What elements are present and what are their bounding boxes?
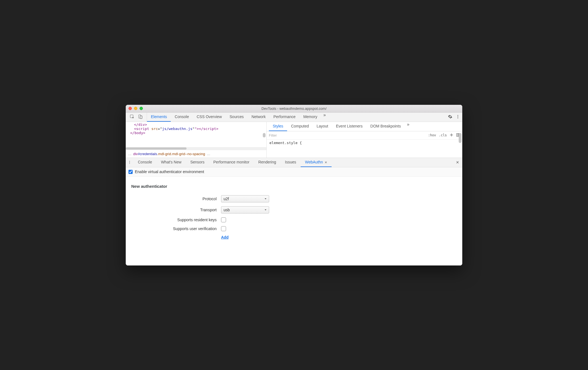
tab-elements[interactable]: Elements	[147, 113, 171, 122]
chevron-down-icon	[264, 198, 267, 200]
webauthn-panel: New authenticator Protocol u2f Transport…	[126, 177, 462, 265]
window-title: DevTools - webauthndemo.appspot.com/	[126, 106, 462, 111]
styles-pane: Styles Computed Layout Event Listeners D…	[267, 122, 462, 158]
user-verification-label: Supports user verification	[131, 226, 221, 231]
enable-bar: Enable virtual authenticator environment	[126, 167, 462, 177]
drawer-tab-webauthn[interactable]: WebAuthn ×	[301, 158, 332, 167]
transport-label: Transport	[131, 208, 221, 212]
drawer-tabs: Console What's New Sensors Performance m…	[126, 158, 462, 167]
breadcrumb-suffix: …	[207, 152, 210, 156]
device-toggle-icon[interactable]	[136, 114, 145, 120]
main-toolbar: Elements Console CSS Overview Sources Ne…	[126, 113, 462, 122]
devtools-window: DevTools - webauthndemo.appspot.com/ Ele…	[126, 105, 462, 265]
svg-point-6	[458, 118, 458, 118]
subtab-styles[interactable]: Styles	[269, 122, 287, 131]
hov-toggle[interactable]: :hov	[428, 133, 436, 137]
add-button[interactable]: Add	[221, 235, 229, 239]
chevron-down-icon	[264, 209, 267, 211]
svg-point-4	[458, 115, 458, 116]
close-drawer-icon[interactable]: ×	[453, 158, 462, 167]
resident-keys-label: Supports resident keys	[131, 218, 221, 222]
protocol-select[interactable]: u2f	[221, 195, 269, 202]
subtab-event-listeners[interactable]: Event Listeners	[332, 122, 367, 131]
protocol-label: Protocol	[131, 197, 221, 201]
tab-memory[interactable]: Memory	[300, 113, 321, 122]
protocol-value: u2f	[224, 197, 229, 201]
maximize-window-button[interactable]	[140, 107, 143, 110]
titlebar[interactable]: DevTools - webauthndemo.appspot.com/	[126, 105, 462, 113]
horizontal-scrollbar[interactable]	[126, 147, 266, 150]
middle-panes: </div> <script src="js/webauthn.js""></s…	[126, 122, 462, 158]
vertical-scrollbar[interactable]	[459, 133, 461, 150]
close-tab-icon[interactable]: ×	[325, 160, 327, 165]
svg-point-10	[129, 163, 130, 164]
section-title: New authenticator	[131, 184, 457, 189]
main-tabs: Elements Console CSS Overview Sources Ne…	[147, 113, 446, 122]
settings-icon[interactable]	[448, 114, 452, 120]
style-rule[interactable]: element.style {	[267, 140, 462, 146]
tab-css-overview[interactable]: CSS Overview	[193, 113, 226, 122]
more-options-icon[interactable]	[456, 114, 460, 120]
svg-point-8	[129, 161, 130, 161]
transport-value: usb	[224, 208, 230, 212]
tab-network[interactable]: Network	[248, 113, 269, 122]
tab-sources[interactable]: Sources	[226, 113, 248, 122]
enable-virtual-auth-checkbox[interactable]	[128, 170, 133, 174]
drawer-tab-sensors[interactable]: Sensors	[186, 158, 209, 167]
transport-select[interactable]: usb	[221, 206, 269, 213]
drawer-tab-perf-monitor[interactable]: Performance monitor	[209, 158, 254, 167]
subtab-dom-breakpoints[interactable]: DOM Breakpoints	[366, 122, 405, 131]
tab-performance[interactable]: Performance	[269, 113, 299, 122]
close-window-button[interactable]	[128, 107, 132, 110]
drawer-tab-whatsnew[interactable]: What's New	[156, 158, 186, 167]
resident-keys-checkbox[interactable]	[221, 217, 226, 222]
subtab-layout[interactable]: Layout	[313, 122, 332, 131]
minimize-window-button[interactable]	[134, 107, 137, 110]
drawer-menu-icon[interactable]	[126, 158, 133, 167]
new-style-rule-icon[interactable]	[450, 133, 453, 138]
subtab-computed[interactable]: Computed	[287, 122, 313, 131]
breadcrumb-prefix: …	[128, 152, 132, 156]
more-subtabs-icon[interactable]: »	[405, 122, 412, 131]
svg-point-5	[458, 116, 458, 117]
drawer-tab-rendering[interactable]: Rendering	[254, 158, 281, 167]
svg-point-9	[129, 162, 130, 163]
svg-rect-2	[140, 116, 142, 119]
elements-pane: </div> <script src="js/webauthn.js""></s…	[126, 122, 267, 158]
filter-input[interactable]	[269, 133, 425, 137]
breadcrumb[interactable]: … div#credentials.mdl-grid.mdl-grid--no-…	[126, 150, 266, 158]
drawer-tab-issues[interactable]: Issues	[280, 158, 300, 167]
cls-toggle[interactable]: .cls	[439, 133, 447, 137]
code-text: </div>	[134, 123, 147, 127]
drawer-tab-label: WebAuthn	[305, 160, 323, 164]
sub-tabs: Styles Computed Layout Event Listeners D…	[267, 122, 462, 131]
more-tabs-icon[interactable]: »	[321, 113, 328, 122]
tab-console[interactable]: Console	[171, 113, 193, 122]
inspect-icon[interactable]	[128, 114, 136, 120]
traffic-lights	[128, 107, 143, 110]
user-verification-checkbox[interactable]	[221, 226, 226, 231]
dom-tree[interactable]: </div> <script src="js/webauthn.js""></s…	[126, 122, 266, 147]
enable-virtual-auth-label: Enable virtual authenticator environment	[135, 170, 204, 174]
drawer-tab-console[interactable]: Console	[133, 158, 156, 167]
styles-filter-row: :hov .cls	[267, 131, 462, 140]
vertical-scrollbar[interactable]	[263, 133, 266, 145]
